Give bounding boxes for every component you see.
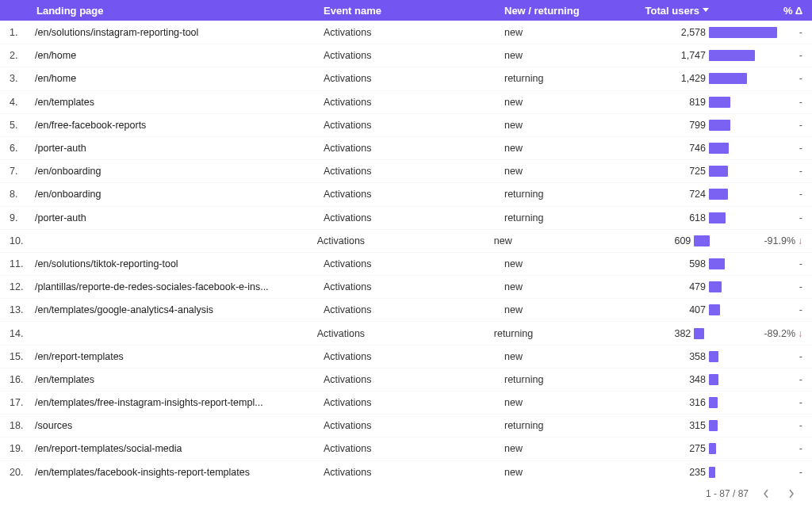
col-pct-delta[interactable]: % Δ (780, 5, 812, 17)
pct-delta-value: - (799, 467, 802, 478)
table-row[interactable]: 11. /en/solutions/tiktok-reporting-tool … (0, 252, 812, 275)
new-returning-cell: new (504, 467, 625, 478)
pct-delta-value: - (799, 443, 802, 454)
table-row[interactable]: 9. /porter-auth Activations returning 61… (0, 206, 812, 229)
table-row[interactable]: 16. /en/templates Activations returning … (0, 368, 812, 391)
pagination-label: 1 - 87 / 87 (706, 488, 749, 499)
event-name-cell: Activations (324, 212, 504, 223)
event-name-cell: Activations (324, 443, 504, 454)
new-returning-cell: new (504, 351, 625, 362)
new-returning-cell: new (494, 235, 612, 246)
pct-delta-value: - (799, 73, 802, 84)
table-row[interactable]: 1. /en/solutions/instagram-reporting-too… (0, 21, 812, 44)
pct-delta-value: - (799, 420, 802, 431)
pct-delta-value: - (799, 351, 802, 362)
col-event-name-label: Event name (324, 5, 381, 17)
table-row[interactable]: 14. Activations returning 382 -89.2%↓ (0, 321, 812, 344)
table-row[interactable]: 12. /plantillas/reporte-de-redes-sociale… (0, 275, 812, 298)
new-returning-cell: new (504, 304, 625, 315)
col-total-users[interactable]: Total users (625, 5, 709, 17)
pct-delta-cell: - (780, 374, 812, 385)
table-row[interactable]: 4. /en/templates Activations new 819 - (0, 90, 812, 113)
pct-delta-cell: - (780, 420, 812, 431)
bar-fill (709, 443, 716, 454)
total-users-cell: 382 (612, 328, 695, 339)
bar-cell (709, 418, 780, 433)
total-users-cell: 275 (625, 443, 709, 454)
new-returning-cell: new (504, 143, 625, 154)
table-row[interactable]: 13. /en/templates/google-analytics4-anal… (0, 298, 812, 321)
next-page-button[interactable] (783, 486, 799, 502)
pct-delta-cell: - (780, 258, 812, 269)
landing-page-cell: /en/report-templates/social-media (35, 443, 324, 454)
row-index: 2. (0, 50, 35, 61)
bar-cell (694, 234, 764, 248)
bar-fill (709, 304, 720, 315)
landing-page-cell: /en/templates/free-instagram-insights-re… (35, 397, 324, 408)
total-users-cell: 618 (625, 212, 709, 223)
row-index: 9. (0, 212, 35, 223)
landing-page-cell: /en/home (35, 50, 324, 61)
prev-page-button[interactable] (758, 486, 774, 502)
table-row[interactable]: 20. /en/templates/facebook-insights-repo… (0, 460, 812, 483)
row-index: 14. (0, 328, 34, 339)
col-event-name[interactable]: Event name (324, 5, 504, 17)
pct-delta-value: - (799, 27, 802, 38)
row-index: 5. (0, 120, 35, 131)
pct-delta-cell: - (780, 97, 812, 108)
total-users-cell: 799 (625, 120, 709, 131)
new-returning-cell: new (504, 281, 625, 292)
sort-desc-icon (703, 8, 709, 12)
table-row[interactable]: 2. /en/home Activations new 1,747 - (0, 44, 812, 67)
pct-delta-value: -91.9% (764, 235, 795, 246)
bar-cell (709, 164, 780, 178)
table-row[interactable]: 19. /en/report-templates/social-media Ac… (0, 437, 812, 460)
total-users-cell: 1,747 (625, 50, 709, 61)
col-new-returning[interactable]: New / returning (504, 5, 625, 17)
col-landing-page[interactable]: Landing page (35, 5, 324, 17)
table-row[interactable]: 18. /sources Activations returning 315 - (0, 414, 812, 437)
bar-fill (709, 50, 755, 61)
event-name-cell: Activations (324, 189, 504, 200)
pct-delta-value: - (799, 50, 802, 61)
table-row[interactable]: 6. /porter-auth Activations new 746 - (0, 136, 812, 159)
pct-delta-value: - (799, 212, 802, 223)
chevron-left-icon (763, 489, 769, 498)
table-row[interactable]: 10. Activations new 609 -91.9%↓ (0, 229, 812, 252)
table-row[interactable]: 5. /en/free-facebook-reports Activations… (0, 113, 812, 136)
pct-delta-cell: - (780, 351, 812, 362)
col-landing-page-label: Landing page (36, 5, 104, 17)
pct-delta-value: - (799, 143, 802, 154)
bar-cell (709, 48, 780, 63)
bar-fill (694, 235, 710, 246)
table-row[interactable]: 3. /en/home Activations returning 1,429 … (0, 67, 812, 90)
bar-fill (709, 281, 722, 292)
table-row[interactable]: 7. /en/onboarding Activations new 725 - (0, 159, 812, 182)
table-body: 1. /en/solutions/instagram-reporting-too… (0, 21, 812, 508)
landing-page-cell: /en/templates (35, 374, 324, 385)
total-users-cell: 348 (625, 374, 709, 385)
pct-delta-cell: - (780, 397, 812, 408)
table-row[interactable]: 8. /en/onboarding Activations returning … (0, 182, 812, 205)
event-name-cell: Activations (324, 143, 504, 154)
bar-cell (709, 118, 780, 132)
new-returning-cell: returning (504, 420, 625, 431)
pct-delta-value: - (799, 189, 802, 200)
table-row[interactable]: 17. /en/templates/free-instagram-insight… (0, 391, 812, 414)
total-users-cell: 724 (625, 189, 709, 200)
row-index: 19. (0, 443, 35, 454)
pct-delta-cell: - (780, 143, 812, 154)
event-name-cell: Activations (324, 97, 504, 108)
new-returning-cell: new (504, 27, 625, 38)
event-name-cell: Activations (324, 27, 504, 38)
bar-cell (709, 395, 780, 410)
total-users-cell: 2,578 (625, 27, 709, 38)
table-row[interactable]: 15. /en/report-templates Activations new… (0, 345, 812, 368)
new-returning-cell: returning (504, 374, 625, 385)
row-index: 17. (0, 397, 35, 408)
bar-fill (709, 97, 730, 108)
bar-cell (709, 141, 780, 155)
event-name-cell: Activations (324, 467, 504, 478)
col-total-users-label: Total users (645, 5, 699, 17)
event-name-cell: Activations (324, 50, 504, 61)
